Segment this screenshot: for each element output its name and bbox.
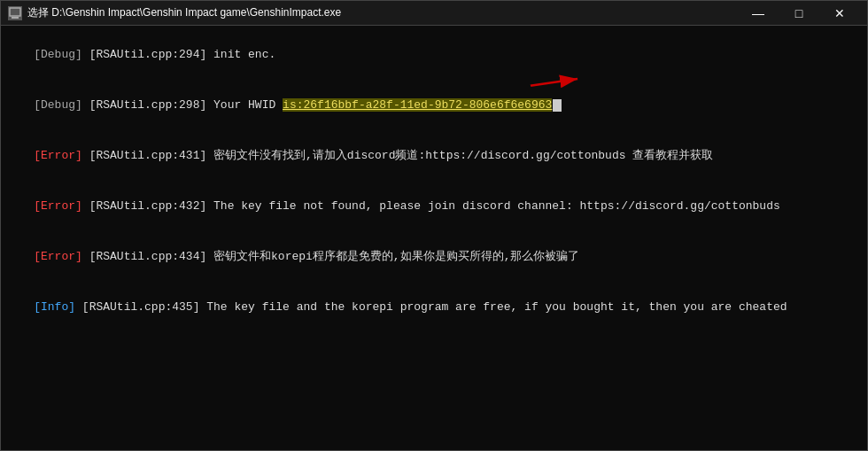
minimize-button[interactable]: —: [738, 1, 779, 26]
tag-error-5: [Error]: [34, 250, 82, 263]
tag-info-6: [Info]: [34, 300, 75, 314]
log-content-2a: [RSAUtil.cpp:298] Your HWID: [82, 98, 283, 112]
log-content-5: [RSAUtil.cpp:434] 密钥文件和korepi程序都是免费的,如果你…: [82, 250, 580, 263]
log-content-4: [RSAUtil.cpp:432] The key file not found…: [82, 199, 780, 213]
log-line-1: [Debug] [RSAUtil.cpp:294] init enc.: [6, 29, 862, 80]
log-content-6: [RSAUtil.cpp:435] The key file and the k…: [75, 300, 787, 314]
tag-error-4: [Error]: [34, 199, 82, 213]
maximize-button[interactable]: □: [779, 1, 819, 26]
log-line-4: [Error] [RSAUtil.cpp:432] The key file n…: [6, 181, 862, 231]
hwid-value: is:26f16bbf-a28f-11ed-9b72-806e6f6e6963: [283, 98, 552, 112]
window-controls: — □ ✕: [738, 1, 860, 26]
window-icon: [8, 6, 22, 20]
log-content-1: [RSAUtil.cpp:294] init enc.: [82, 48, 275, 61]
svg-rect-0: [10, 8, 20, 16]
log-content-3: [RSAUtil.cpp:431] 密钥文件没有找到,请加入discord频道:…: [82, 149, 713, 162]
console-output: [Debug] [RSAUtil.cpp:294] init enc. [Deb…: [0, 25, 868, 451]
tag-debug-1: [Debug]: [34, 48, 82, 61]
log-line-6: [Info] [RSAUtil.cpp:435] The key file an…: [6, 282, 862, 332]
window-title: 选择 D:\Genshin Impact\Genshin Impact game…: [27, 5, 738, 20]
title-bar: 选择 D:\Genshin Impact\Genshin Impact game…: [0, 0, 868, 25]
log-line-2: [Debug] [RSAUtil.cpp:298] Your HWID is:2…: [6, 80, 862, 130]
tag-debug-2: [Debug]: [34, 98, 82, 112]
tag-error-3: [Error]: [34, 149, 82, 162]
close-button[interactable]: ✕: [819, 1, 860, 26]
cursor: [553, 99, 562, 112]
svg-rect-1: [12, 17, 19, 19]
log-line-3: [Error] [RSAUtil.cpp:431] 密钥文件没有找到,请加入di…: [6, 130, 862, 181]
log-line-5: [Error] [RSAUtil.cpp:434] 密钥文件和korepi程序都…: [6, 231, 862, 282]
